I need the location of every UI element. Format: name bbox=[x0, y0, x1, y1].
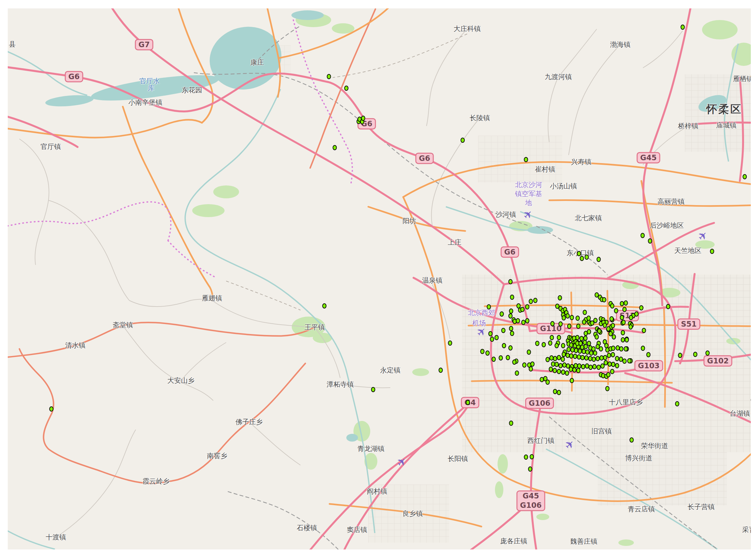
data-point-marker[interactable] bbox=[620, 301, 624, 306]
data-point-marker[interactable] bbox=[565, 371, 569, 376]
data-point-marker[interactable] bbox=[678, 353, 682, 358]
map-canvas[interactable]: 县康庄东花园小南辛堡镇官厅镇大庄科镇渤海镇九渡河镇雁栖镇怀柔区桥梓镇庙城镇长陵镇… bbox=[0, 0, 756, 554]
data-point-marker[interactable] bbox=[648, 238, 652, 243]
data-point-marker[interactable] bbox=[557, 369, 561, 374]
data-point-marker[interactable] bbox=[531, 362, 535, 367]
data-point-marker[interactable] bbox=[553, 389, 557, 394]
data-point-marker[interactable] bbox=[567, 324, 572, 329]
data-point-marker[interactable] bbox=[681, 24, 685, 30]
data-point-marker[interactable] bbox=[439, 368, 443, 373]
data-point-marker[interactable] bbox=[573, 367, 577, 373]
data-point-marker[interactable] bbox=[605, 386, 610, 391]
data-point-marker[interactable] bbox=[603, 355, 607, 360]
data-point-marker[interactable] bbox=[611, 362, 615, 367]
data-point-marker[interactable] bbox=[508, 345, 513, 350]
data-point-marker[interactable] bbox=[585, 349, 590, 355]
data-point-marker[interactable] bbox=[562, 315, 566, 321]
data-point-marker[interactable] bbox=[614, 308, 618, 313]
data-point-marker[interactable] bbox=[555, 343, 559, 348]
data-point-marker[interactable] bbox=[548, 340, 552, 346]
data-point-marker[interactable] bbox=[558, 295, 562, 300]
data-point-marker[interactable] bbox=[322, 303, 327, 309]
data-point-marker[interactable] bbox=[466, 400, 470, 405]
data-point-marker[interactable] bbox=[579, 341, 583, 346]
data-point-marker[interactable] bbox=[584, 344, 588, 349]
data-point-marker[interactable] bbox=[528, 466, 532, 472]
data-point-marker[interactable] bbox=[558, 321, 563, 327]
data-point-marker[interactable] bbox=[624, 346, 628, 351]
data-point-marker[interactable] bbox=[577, 251, 581, 256]
data-point-marker[interactable] bbox=[533, 298, 538, 303]
data-point-marker[interactable] bbox=[602, 297, 606, 302]
data-point-marker[interactable] bbox=[615, 356, 619, 361]
data-point-marker[interactable] bbox=[589, 365, 593, 370]
data-point-marker[interactable] bbox=[542, 342, 546, 347]
data-point-marker[interactable] bbox=[521, 307, 525, 312]
data-point-marker[interactable] bbox=[635, 312, 639, 317]
data-point-marker[interactable] bbox=[597, 329, 602, 334]
data-point-marker[interactable] bbox=[582, 320, 586, 325]
data-point-marker[interactable] bbox=[499, 355, 503, 361]
data-point-marker[interactable] bbox=[480, 349, 485, 354]
data-point-marker[interactable] bbox=[523, 363, 527, 368]
data-point-marker[interactable] bbox=[516, 318, 520, 323]
data-point-marker[interactable] bbox=[486, 350, 490, 356]
data-point-marker[interactable] bbox=[585, 355, 589, 361]
data-point-marker[interactable] bbox=[606, 326, 611, 331]
data-point-marker[interactable] bbox=[620, 315, 624, 320]
data-point-marker[interactable] bbox=[49, 406, 54, 411]
data-point-marker[interactable] bbox=[557, 390, 561, 395]
data-point-marker[interactable] bbox=[553, 356, 557, 361]
data-point-marker[interactable] bbox=[490, 337, 494, 342]
data-point-marker[interactable] bbox=[487, 304, 491, 310]
data-point-marker[interactable] bbox=[581, 364, 585, 369]
data-point-marker[interactable] bbox=[550, 335, 554, 340]
data-point-marker[interactable] bbox=[597, 257, 601, 262]
data-point-marker[interactable] bbox=[604, 360, 608, 365]
data-point-marker[interactable] bbox=[580, 256, 584, 261]
data-point-marker[interactable] bbox=[641, 233, 645, 238]
data-point-marker[interactable] bbox=[623, 358, 627, 364]
data-point-marker[interactable] bbox=[500, 312, 504, 317]
data-point-marker[interactable] bbox=[606, 372, 611, 377]
data-point-marker[interactable] bbox=[743, 174, 747, 179]
data-point-marker[interactable] bbox=[508, 279, 513, 284]
data-point-marker[interactable] bbox=[666, 304, 670, 309]
data-point-marker[interactable] bbox=[624, 300, 628, 306]
data-point-marker[interactable] bbox=[557, 335, 561, 340]
data-point-marker[interactable] bbox=[529, 299, 533, 304]
data-point-marker[interactable] bbox=[583, 310, 587, 315]
data-point-marker[interactable] bbox=[558, 363, 563, 368]
data-point-marker[interactable] bbox=[527, 349, 531, 355]
data-point-marker[interactable] bbox=[550, 321, 555, 326]
data-point-marker[interactable] bbox=[510, 331, 514, 336]
data-point-marker[interactable] bbox=[628, 358, 632, 364]
data-point-marker[interactable] bbox=[524, 157, 528, 162]
data-point-marker[interactable] bbox=[361, 116, 365, 121]
data-point-marker[interactable] bbox=[524, 454, 528, 460]
data-point-marker[interactable] bbox=[619, 346, 624, 351]
data-point-marker[interactable] bbox=[610, 303, 614, 309]
data-point-marker[interactable] bbox=[333, 145, 337, 150]
data-point-marker[interactable] bbox=[509, 421, 514, 426]
data-point-marker[interactable] bbox=[553, 368, 557, 373]
data-point-marker[interactable] bbox=[576, 368, 581, 373]
data-point-marker[interactable] bbox=[623, 307, 627, 312]
data-point-marker[interactable] bbox=[525, 304, 530, 310]
data-point-marker[interactable] bbox=[587, 329, 591, 334]
data-point-marker[interactable] bbox=[630, 437, 634, 443]
data-point-marker[interactable] bbox=[593, 350, 597, 356]
data-point-marker[interactable] bbox=[509, 326, 514, 331]
data-point-marker[interactable] bbox=[603, 323, 607, 328]
data-point-marker[interactable] bbox=[555, 362, 559, 367]
data-point-marker[interactable] bbox=[549, 367, 553, 372]
data-point-marker[interactable] bbox=[506, 355, 510, 360]
data-point-marker[interactable] bbox=[561, 370, 565, 375]
data-point-marker[interactable] bbox=[622, 320, 626, 325]
data-point-marker[interactable] bbox=[512, 359, 517, 365]
data-point-marker[interactable] bbox=[587, 316, 591, 321]
data-point-marker[interactable] bbox=[510, 294, 514, 300]
data-point-marker[interactable] bbox=[488, 331, 493, 336]
data-point-marker[interactable] bbox=[573, 354, 577, 359]
data-point-marker[interactable] bbox=[344, 86, 348, 91]
